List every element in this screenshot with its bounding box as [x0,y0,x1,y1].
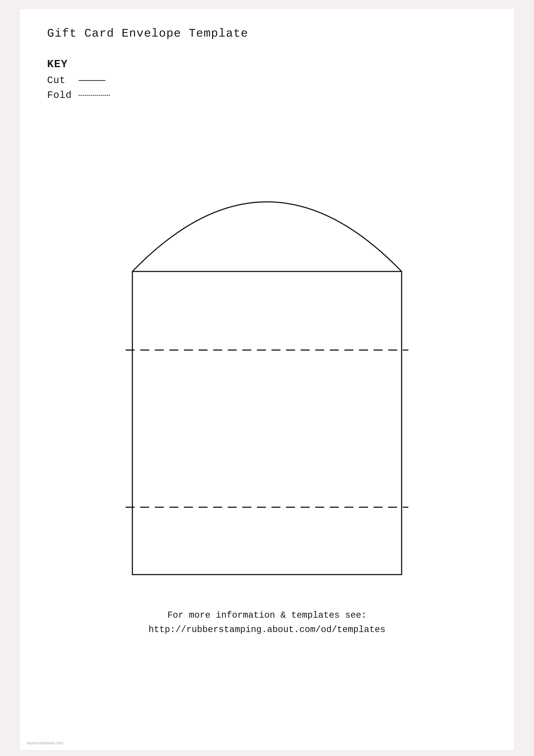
key-fold-line [79,95,110,95]
key-section: KEY Cut Fold [47,58,487,101]
envelope-diagram [88,114,446,586]
key-fold-label: Fold [47,90,74,101]
footer: For more information & templates see: ht… [47,608,487,637]
envelope-body [132,271,402,575]
watermark: laurencopeland.com [27,741,63,745]
envelope-container [47,114,487,586]
key-cut-item: Cut [47,75,487,86]
key-fold-item: Fold [47,90,487,101]
key-cut-line [79,80,106,81]
arch-curve [132,202,402,271]
page: Gift Card Envelope Template KEY Cut Fold… [20,9,514,750]
footer-line1: For more information & templates see: [47,608,487,623]
key-cut-label: Cut [47,75,74,86]
key-heading: KEY [47,58,487,70]
page-title: Gift Card Envelope Template [47,27,487,40]
footer-line2: http://rubberstamping.about.com/od/templ… [47,623,487,637]
